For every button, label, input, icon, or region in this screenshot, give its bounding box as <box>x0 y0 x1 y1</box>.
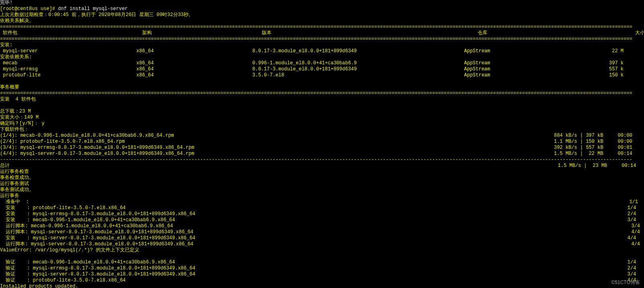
terminal-output[interactable]: 完毕! [root@cent8us use]# dnf install mysq… <box>0 0 644 288</box>
watermark: ©51CTO博客 <box>611 280 640 286</box>
